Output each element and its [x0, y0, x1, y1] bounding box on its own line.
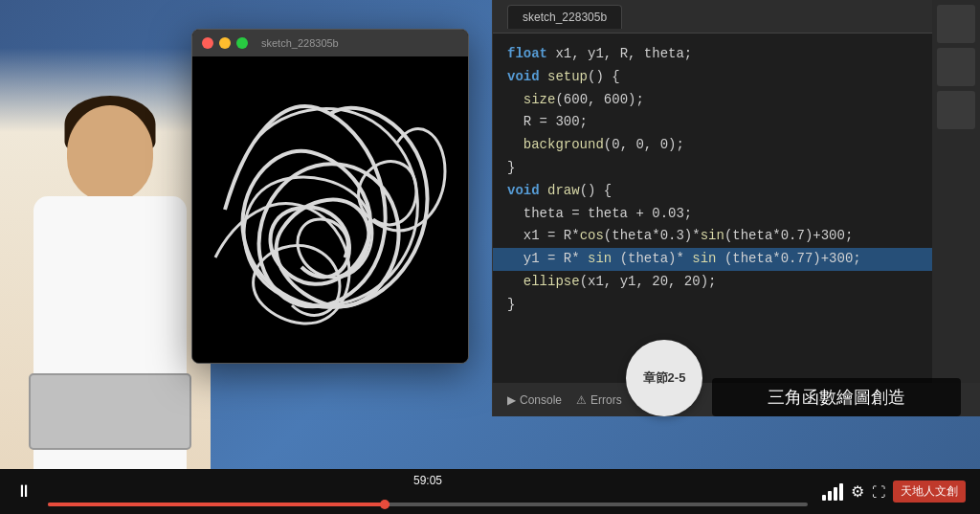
kw-void-2: void: [507, 180, 540, 203]
fullscreen-button[interactable]: ⛶: [872, 484, 885, 500]
mac-maximize-btn[interactable]: [236, 37, 248, 49]
code-theta-update: theta = theta + 0.03;: [507, 203, 692, 226]
sidebar-thumb-1[interactable]: [937, 5, 975, 43]
title-text: 三角函數繪圖創造: [768, 388, 905, 407]
signal-bar-4: [839, 483, 843, 501]
sidebar-thumb-3[interactable]: [937, 91, 975, 129]
fn-ellipse: ellipse: [523, 271, 580, 294]
console-btn[interactable]: ▶ Console: [507, 393, 562, 407]
mac-close-btn[interactable]: [202, 37, 213, 49]
indent-1: [507, 89, 523, 112]
person-head: [67, 105, 153, 201]
controls-bar: ⏸ 59:05 ⚙ ⛶ 天地人文創: [0, 469, 980, 514]
signal-bar-2: [828, 491, 832, 501]
sketch-app-window: sketch_228305b: [191, 29, 469, 364]
fn-cos: cos: [580, 225, 604, 248]
fn-sin-2: sin: [588, 251, 612, 266]
code-line-3: size (600, 600);: [507, 89, 966, 112]
brand-label: 天地人文創: [893, 480, 966, 503]
close-brace-1: }: [507, 157, 515, 180]
indent-4: y1 = R*: [507, 251, 580, 266]
play-pause-icon: ⏸: [15, 481, 33, 502]
chapter-badge-text: 章節2-5: [643, 369, 686, 387]
indent-2: [507, 134, 523, 157]
code-content: float x1, y1, R, theta; void setup () { …: [493, 34, 980, 326]
settings-button[interactable]: ⚙: [851, 482, 864, 501]
fn-size: size: [523, 89, 556, 112]
controls-right: ⚙ ⛶ 天地人文創: [808, 480, 980, 503]
errors-icon: ⚠: [576, 393, 587, 407]
sketch-canvas: [192, 56, 468, 363]
editor-titlebar: sketch_228305b: [493, 0, 980, 34]
code-line-4: R = 300;: [507, 111, 966, 134]
code-line-9: x1 = R* cos (theta*0.3)* sin (theta*0.7)…: [507, 225, 966, 248]
title-overlay: 三角函數繪圖創造: [712, 378, 961, 416]
editor-tab[interactable]: sketch_228305b: [507, 5, 622, 29]
code-line-11: ellipse (x1, y1, 20, 20);: [507, 271, 966, 294]
code-line-8: theta = theta + 0.03;: [507, 203, 966, 226]
console-icon: ▶: [507, 393, 516, 407]
fn-sin-3: sin: [692, 251, 716, 266]
signal-bar-3: [834, 487, 837, 501]
kw-void-1: void: [507, 66, 540, 89]
fn-draw: draw: [540, 180, 580, 203]
code-line-5: background (0, 0, 0);: [507, 134, 966, 157]
chapter-badge: 章節2-5: [626, 340, 702, 416]
video-player: sketch_228305b: [0, 0, 980, 514]
code-line-2: void setup () {: [507, 66, 966, 89]
mac-window-title: sketch_228305b: [261, 37, 339, 49]
code-r: R = 300;: [507, 111, 588, 134]
code-size-args: (600, 600);: [555, 89, 643, 112]
code-ellipse-args: (x1, y1, 20, 20);: [580, 271, 717, 294]
sidebar-thumb-2[interactable]: [937, 48, 975, 86]
scene-area: sketch_228305b: [0, 0, 980, 469]
code-line-7: void draw () {: [507, 180, 966, 203]
progress-indicator: [380, 500, 390, 509]
kw-float: float: [507, 43, 547, 66]
signal-icon: [822, 483, 843, 501]
code-line-10: y1 = R* sin (theta)* sin (theta*0.77)+30…: [493, 248, 980, 271]
code-line-6: }: [507, 157, 966, 180]
play-pause-button[interactable]: ⏸: [0, 469, 48, 514]
fn-background: background: [523, 134, 604, 157]
mac-titlebar: sketch_228305b: [192, 30, 468, 56]
code-bg-args: (0, 0, 0);: [604, 134, 684, 157]
presenter-area: [0, 48, 211, 469]
progress-bar[interactable]: [48, 503, 808, 506]
errors-btn[interactable]: ⚠ Errors: [576, 393, 622, 407]
code-paren-2: () {: [580, 180, 612, 203]
sketch-output: [206, 66, 455, 353]
errors-label: Errors: [590, 393, 622, 407]
code-y1-args2: (theta*0.77)+300;: [724, 251, 861, 266]
signal-bar-1: [822, 495, 826, 501]
mac-minimize-btn[interactable]: [219, 37, 231, 49]
code-x1-args: (theta*0.3)*: [604, 225, 701, 248]
code-y1-args: (theta)*: [620, 251, 684, 266]
time-display: 59:05: [413, 474, 442, 487]
code-line-1: float x1, y1, R, theta;: [507, 43, 966, 66]
progress-container: 59:05: [48, 469, 808, 514]
laptop: [29, 373, 191, 450]
person: [10, 48, 211, 469]
code-editor: sketch_228305b float x1, y1, R, theta; v…: [492, 0, 980, 416]
fn-sin-1: sin: [701, 225, 724, 248]
progress-fill: [48, 503, 390, 506]
indent-5: [507, 271, 523, 294]
fn-setup: setup: [540, 66, 588, 89]
code-x1-args2: (theta*0.7)+300;: [724, 225, 853, 248]
console-label: Console: [520, 393, 562, 407]
code-paren-1: () {: [588, 66, 620, 89]
close-brace-2: }: [507, 294, 515, 317]
indent-3: x1 = R*: [507, 225, 580, 248]
code-line-12: }: [507, 294, 966, 317]
editor-sidebar: [932, 0, 980, 416]
code-vars: x1, y1, R, theta;: [547, 43, 692, 66]
